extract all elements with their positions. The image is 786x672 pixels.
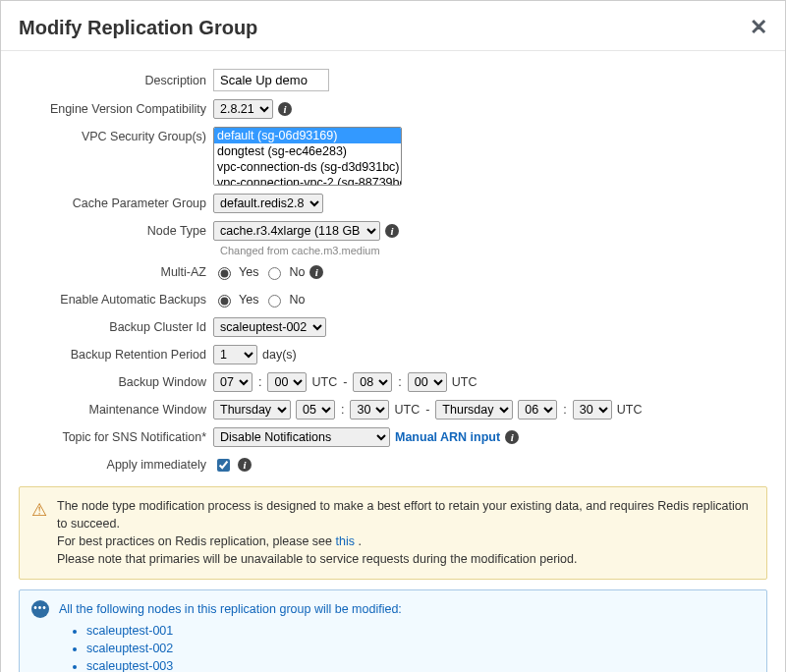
label-node-type: Node Type (19, 221, 213, 241)
info-alert: ••• All the following nodes in this repl… (19, 589, 767, 673)
label-cache-param: Cache Parameter Group (19, 194, 213, 213)
modal-body: Description Engine Version Compatibility… (1, 51, 785, 672)
info-icon[interactable]: i (278, 102, 292, 116)
auto-backups-yes-label: Yes (239, 293, 258, 307)
info-icon[interactable]: i (309, 265, 323, 279)
info-icon[interactable]: i (385, 224, 399, 238)
label-backup-window: Backup Window (19, 372, 213, 392)
best-practices-link[interactable]: this (335, 534, 354, 548)
backup-cluster-id-select[interactable]: scaleuptest-002 (213, 317, 326, 337)
backup-retention-unit: day(s) (262, 348, 297, 362)
chat-icon: ••• (31, 600, 49, 618)
info-icon[interactable]: i (238, 458, 252, 472)
bw-hour1-select[interactable]: 07 (213, 372, 253, 392)
utc-label: UTC (617, 403, 643, 417)
modal-header: Modify Replication Group ✕ (1, 1, 785, 51)
label-engine-version: Engine Version Compatibility (19, 99, 213, 119)
node-item: scaleuptest-001 (86, 622, 402, 640)
utc-label: UTC (311, 375, 337, 389)
modify-replication-group-modal: Modify Replication Group ✕ Description E… (0, 0, 786, 672)
sns-topic-select[interactable]: Disable Notifications (213, 427, 390, 447)
utc-label: UTC (394, 403, 420, 417)
auto-backups-yes-radio[interactable] (218, 295, 231, 308)
dash: - (342, 375, 348, 389)
label-sns-topic: Topic for SNS Notification* (19, 427, 213, 447)
backup-retention-select[interactable]: 1 (213, 345, 257, 364)
warning-text: The node type modification process is de… (57, 497, 755, 569)
colon: : (397, 375, 402, 389)
close-icon[interactable]: ✕ (750, 15, 767, 40)
warning-icon: ⚠ (31, 497, 47, 569)
apply-immediately-checkbox[interactable] (217, 459, 230, 472)
vpc-security-groups-listbox[interactable]: default (sg-06d93169) dongtest (sg-ec46e… (213, 127, 402, 186)
node-item: scaleuptest-002 (86, 640, 402, 657)
node-type-hint: Changed from cache.m3.medium (220, 245, 767, 256)
multi-az-yes-label: Yes (239, 265, 258, 279)
label-backup-cluster: Backup Cluster Id (19, 317, 213, 337)
multi-az-yes-radio[interactable] (218, 267, 231, 280)
multi-az-no-label: No (289, 265, 305, 279)
label-auto-backups: Enable Automatic Backups (19, 290, 213, 309)
label-description: Description (19, 71, 213, 90)
mw-min2-select[interactable]: 30 (573, 400, 612, 420)
node-item: scaleuptest-003 (86, 657, 402, 672)
mw-day1-select[interactable]: Thursday (213, 400, 291, 420)
cache-parameter-group-select[interactable]: default.redis2.8 (213, 194, 323, 213)
utc-label: UTC (452, 375, 477, 389)
bw-hour2-select[interactable]: 08 (353, 372, 392, 392)
info-content: All the following nodes in this replicat… (59, 600, 402, 673)
label-multi-az: Multi-AZ (19, 262, 213, 282)
bw-min1-select[interactable]: 00 (267, 372, 307, 392)
modal-title: Modify Replication Group (19, 17, 257, 39)
mw-min1-select[interactable]: 30 (350, 400, 389, 420)
multi-az-no-radio[interactable] (268, 267, 281, 280)
label-vpc-sg: VPC Security Group(s) (19, 127, 213, 146)
label-apply-immediately: Apply immediately (19, 455, 213, 475)
manual-arn-link[interactable]: Manual ARN input (395, 430, 500, 444)
info-icon[interactable]: i (505, 430, 519, 444)
mw-hour1-select[interactable]: 05 (296, 400, 335, 420)
bw-min2-select[interactable]: 00 (408, 372, 447, 392)
description-input[interactable] (213, 69, 329, 91)
mw-day2-select[interactable]: Thursday (435, 400, 513, 420)
warning-alert: ⚠ The node type modification process is … (19, 486, 767, 580)
auto-backups-no-label: No (289, 293, 305, 307)
colon: : (340, 403, 345, 417)
colon: : (562, 403, 567, 417)
colon: : (257, 375, 262, 389)
label-maintenance-window: Maintenance Window (19, 400, 213, 420)
label-backup-retention: Backup Retention Period (19, 345, 213, 364)
dash: - (424, 403, 430, 417)
auto-backups-no-radio[interactable] (268, 295, 281, 308)
info-heading: All the following nodes in this replicat… (59, 600, 402, 618)
mw-hour2-select[interactable]: 06 (518, 400, 557, 420)
engine-version-select[interactable]: 2.8.21 (213, 99, 273, 119)
node-type-select[interactable]: cache.r3.4xlarge (118 GB ... (213, 221, 380, 241)
